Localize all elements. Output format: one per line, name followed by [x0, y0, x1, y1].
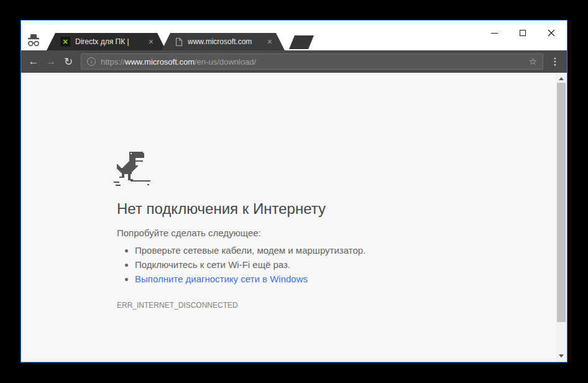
scrollbar-thumb[interactable]	[557, 83, 566, 322]
scroll-up-icon[interactable]	[559, 77, 564, 80]
directx-favicon-icon: ×	[60, 37, 70, 47]
bookmark-star-icon[interactable]: ☆	[529, 56, 537, 67]
new-tab-button[interactable]	[289, 35, 314, 49]
url-host: www.microsoft.com	[125, 57, 195, 67]
maximize-icon	[520, 30, 526, 36]
dino-icon	[117, 152, 152, 187]
address-bar[interactable]: i https://www.microsoft.com/en-us/downlo…	[81, 53, 543, 70]
close-button[interactable]	[537, 25, 566, 41]
page-favicon-icon	[175, 37, 183, 47]
network-error-panel: Нет подключения к Интернету Попробуйте с…	[117, 152, 502, 310]
suggestion-item[interactable]: Выполните диагностику сети в Windows	[135, 272, 502, 286]
error-title: Нет подключения к Интернету	[117, 200, 502, 218]
kebab-menu-icon[interactable]: ⋮	[547, 56, 563, 67]
tab-title: Directx для ПК |	[75, 37, 145, 46]
url-scheme: https://	[101, 57, 125, 67]
window-controls	[480, 25, 566, 41]
back-icon[interactable]: ←	[25, 55, 42, 68]
close-icon	[548, 29, 555, 37]
tab-title: www.microsoft.com	[188, 37, 264, 46]
info-icon[interactable]: i	[87, 57, 96, 66]
maximize-button[interactable]	[508, 25, 537, 41]
error-subtitle: Попробуйте сделать следующее:	[117, 228, 502, 238]
minimize-icon	[491, 33, 498, 34]
minimize-button[interactable]	[480, 25, 508, 41]
browser-window: × Directx для ПК | × www.microsoft.com ×	[21, 20, 567, 362]
tab-close-icon[interactable]: ×	[149, 37, 154, 46]
tab-close-icon[interactable]: ×	[267, 37, 272, 46]
suggestion-item: Подключитесь к сети Wi-Fi ещё раз.	[135, 257, 502, 272]
ground-dash	[131, 180, 150, 182]
suggestion-list: Проверьте сетевые кабели, модем и маршру…	[117, 243, 502, 286]
ground-dash	[116, 185, 121, 186]
page-content: Нет подключения к Интернету Попробуйте с…	[21, 73, 567, 362]
dino-pixels	[117, 152, 118, 153]
error-code: ERR_INTERNET_DISCONNECTED	[117, 301, 502, 310]
ground-dot	[147, 184, 149, 185]
scrollbar[interactable]	[556, 73, 567, 362]
suggestion-item: Проверьте сетевые кабели, модем и маршру…	[135, 243, 502, 257]
toolbar: ← → ↻ i https://www.microsoft.com/en-us/…	[21, 50, 567, 73]
ground-dash	[114, 182, 119, 183]
url-text: https://www.microsoft.com/en-us/download…	[101, 57, 256, 67]
tab-microsoft[interactable]: www.microsoft.com ×	[162, 33, 285, 50]
scroll-down-icon[interactable]	[559, 354, 564, 358]
diagnostics-link[interactable]: Выполните диагностику сети в Windows	[135, 274, 308, 284]
suggestion-text: Подключитесь к сети Wi-Fi ещё раз.	[135, 259, 290, 270]
url-path: /en-us/download/	[195, 57, 256, 67]
suggestion-text: Проверьте сетевые кабели, модем и маршру…	[135, 245, 365, 256]
forward-icon: →	[42, 55, 60, 68]
reload-icon[interactable]: ↻	[60, 55, 77, 68]
incognito-icon	[25, 32, 42, 48]
titlebar: × Directx для ПК | × www.microsoft.com ×	[21, 21, 567, 50]
tab-directx[interactable]: × Directx для ПК | ×	[47, 33, 166, 50]
